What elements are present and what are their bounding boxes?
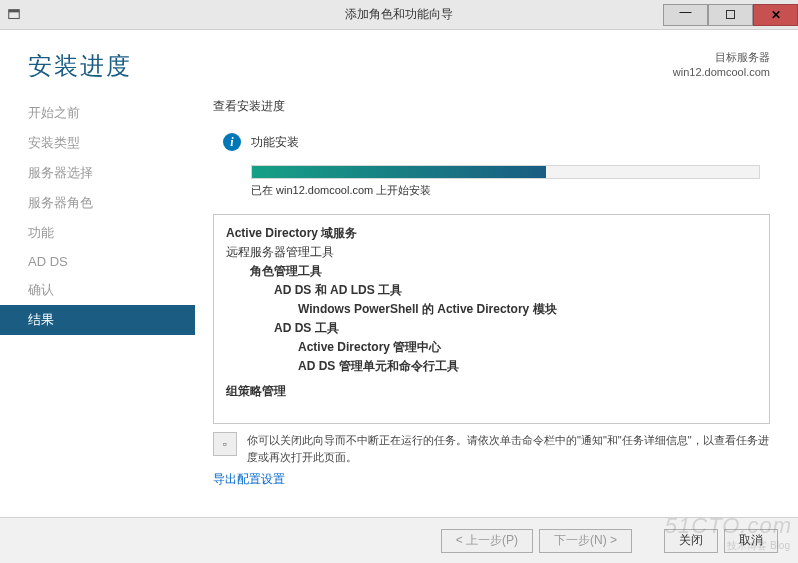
step-server-roles: 服务器角色 — [0, 188, 195, 218]
svg-rect-1 — [9, 9, 20, 12]
progress-bar — [251, 165, 760, 179]
flag-icon: ▫ — [213, 432, 237, 456]
progress-section: 已在 win12.domcool.com 上开始安装 — [251, 165, 760, 198]
export-config-link[interactable]: 导出配置设置 — [213, 471, 770, 488]
step-before-begin: 开始之前 — [0, 98, 195, 128]
close-wizard-button[interactable]: 关闭 — [664, 529, 718, 553]
minimize-button[interactable]: — — [663, 4, 708, 26]
target-label: 目标服务器 — [673, 50, 770, 65]
detail-line: AD DS 工具 — [274, 320, 757, 337]
install-status-row: i 功能安装 — [223, 133, 770, 151]
detail-line: Active Directory 管理中心 — [298, 339, 757, 356]
system-menu-icon[interactable] — [0, 1, 28, 29]
window-buttons: — ✕ — [663, 4, 798, 26]
progress-caption: 已在 win12.domcool.com 上开始安装 — [251, 183, 760, 198]
detail-line: 远程服务器管理工具 — [226, 244, 757, 261]
step-adds: AD DS — [0, 248, 195, 275]
detail-line: AD DS 管理单元和命令行工具 — [298, 358, 757, 375]
step-results: 结果 — [0, 305, 195, 335]
page-heading: 安装进度 — [28, 50, 132, 82]
maximize-button[interactable] — [708, 4, 753, 26]
step-install-type: 安装类型 — [0, 128, 195, 158]
note-text: 你可以关闭此向导而不中断正在运行的任务。请依次单击命令栏中的"通知"和"任务详细… — [247, 432, 770, 465]
detail-line: Windows PowerShell 的 Active Directory 模块 — [298, 301, 757, 318]
previous-button: < 上一步(P) — [441, 529, 533, 553]
step-confirm: 确认 — [0, 275, 195, 305]
wizard-body: 开始之前 安装类型 服务器选择 服务器角色 功能 AD DS 确认 结果 查看安… — [0, 94, 798, 526]
detail-line: 组策略管理 — [226, 383, 757, 400]
info-icon: i — [223, 133, 241, 151]
install-details-box[interactable]: Active Directory 域服务 远程服务器管理工具 角色管理工具 AD… — [213, 214, 770, 424]
wizard-header: 安装进度 目标服务器 win12.domcool.com — [0, 30, 798, 94]
step-features: 功能 — [0, 218, 195, 248]
install-status-text: 功能安装 — [251, 134, 299, 151]
close-button[interactable]: ✕ — [753, 4, 798, 26]
detail-line: AD DS 和 AD LDS 工具 — [274, 282, 757, 299]
window-title: 添加角色和功能向导 — [345, 6, 453, 23]
next-button: 下一步(N) > — [539, 529, 632, 553]
content-subtitle: 查看安装进度 — [213, 98, 770, 115]
wizard-content: 查看安装进度 i 功能安装 已在 win12.domcool.com 上开始安装… — [195, 94, 798, 526]
titlebar: 添加角色和功能向导 — ✕ — [0, 0, 798, 30]
background-note: ▫ 你可以关闭此向导而不中断正在运行的任务。请依次单击命令栏中的"通知"和"任务… — [213, 432, 770, 465]
wizard-steps-sidebar: 开始之前 安装类型 服务器选择 服务器角色 功能 AD DS 确认 结果 — [0, 94, 195, 526]
wizard-footer: < 上一步(P) 下一步(N) > 关闭 取消 — [0, 517, 798, 563]
target-server-info: 目标服务器 win12.domcool.com — [673, 50, 770, 81]
detail-line: Active Directory 域服务 — [226, 225, 757, 242]
detail-line: 角色管理工具 — [250, 263, 757, 280]
step-server-select: 服务器选择 — [0, 158, 195, 188]
target-server-name: win12.domcool.com — [673, 65, 770, 80]
cancel-button[interactable]: 取消 — [724, 529, 778, 553]
progress-fill — [252, 166, 546, 178]
